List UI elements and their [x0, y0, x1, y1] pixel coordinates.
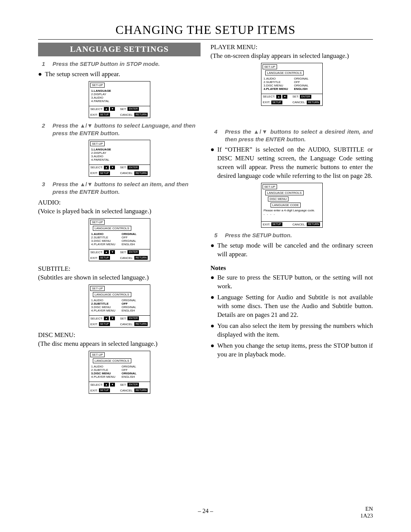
- note-item: ●When you change the setup items, press …: [210, 342, 373, 359]
- step-text: Press the SETUP button.: [225, 232, 373, 239]
- playermenu-heading: PLAYER MENU:: [210, 43, 373, 51]
- up-down-icon: ▲/▼: [80, 181, 93, 187]
- step-text: Press the ▲/▼ buttons to select Language…: [53, 122, 201, 137]
- step-4: 4 Press the ▲/▼ buttons to select a desi…: [214, 128, 373, 144]
- note-item: ●Language Setting for Audio and Subtitle…: [210, 293, 373, 320]
- playermenu-text: (The on-screen display appears in select…: [210, 52, 373, 61]
- step-number: 1: [42, 60, 47, 68]
- note-item: ●You can also select the item by pressin…: [210, 322, 373, 339]
- step-3: 3 Press the ▲/▼ buttons to select an ite…: [42, 181, 201, 196]
- step5-result: ●The setup mode will be canceled and the…: [210, 241, 373, 259]
- step1-result: ●The setup screen will appear.: [38, 70, 201, 79]
- note-item: ●Be sure to press the SETUP button, or t…: [210, 273, 373, 291]
- page-code: EN1A23: [360, 505, 373, 519]
- up-down-icon: ▲/▼: [80, 122, 93, 129]
- step-5: 5 Press the SETUP button.: [214, 232, 373, 239]
- page-number: – 24 –: [0, 508, 411, 514]
- title-rule: [38, 39, 373, 40]
- up-icon: ▲: [104, 107, 109, 111]
- discmenu-heading: DISC MENU:: [38, 331, 201, 339]
- step-text: Press the ▲/▼ buttons to select a desire…: [225, 128, 373, 144]
- osd-figure-setup-root-1: SET-UP 1.LANGUAGE 2.DISPLAY 3.AUDIO 4.PA…: [89, 81, 150, 118]
- subtitle-heading: SUBTITLE:: [38, 265, 201, 273]
- osd-figure-subtitle: SET-UP LANGUAGE CONTROLS 1.AUDIOORIGINAL…: [89, 284, 150, 328]
- osd-figure-setup-root-2: SET-UP 1.LANGUAGE 2.DISPLAY 3.AUDIO 4.PA…: [89, 140, 150, 177]
- step4-result: ●If “OTHER” is selected on the AUDIO, SU…: [210, 145, 373, 181]
- step-number: 4: [214, 128, 220, 144]
- subtitle-text: (Subtitles are shown in selected languag…: [38, 273, 201, 282]
- osd-figure-playermenu: SET-UP LANGUAGE CONTROLS 1.AUDIOORIGINAL…: [261, 63, 323, 106]
- page-title: CHANGING THE SETUP ITEMS: [38, 23, 373, 38]
- osd-figure-audio: SET-UP LANGUAGE CONTROLS 1.AUDIOORIGINAL…: [89, 218, 150, 261]
- column-right: PLAYER MENU: (The on-screen display appe…: [210, 43, 373, 398]
- step-number: 3: [42, 181, 47, 196]
- step-number: 2: [42, 122, 47, 137]
- audio-text: (Voice is played back in selected langua…: [38, 207, 201, 216]
- audio-heading: AUDIO:: [38, 199, 201, 206]
- section-heading: LANGUAGE SETTINGS: [38, 43, 201, 56]
- notes-heading: Notes: [210, 264, 373, 272]
- step-1: 1 Press the SETUP button in STOP mode.: [42, 60, 201, 68]
- step-2: 2 Press the ▲/▼ buttons to select Langua…: [42, 122, 201, 137]
- discmenu-text: (The disc menu appears in selected langu…: [38, 340, 201, 348]
- column-left: LANGUAGE SETTINGS 1 Press the SETUP butt…: [38, 43, 201, 398]
- osd-figure-discmenu: SET-UP LANGUAGE CONTROLS 1.AUDIOORIGINAL…: [89, 351, 150, 394]
- down-icon: ▼: [110, 107, 115, 111]
- step-number: 5: [214, 232, 220, 239]
- up-down-icon: ▲/▼: [253, 128, 268, 135]
- step-text: Press the SETUP button in STOP mode.: [53, 60, 201, 68]
- step-text: Press the ▲/▼ buttons to select an item,…: [53, 181, 201, 196]
- osd-figure-langcode: SET-UP LANGUAGE CONTROLS DISC MENU LANGU…: [261, 183, 323, 228]
